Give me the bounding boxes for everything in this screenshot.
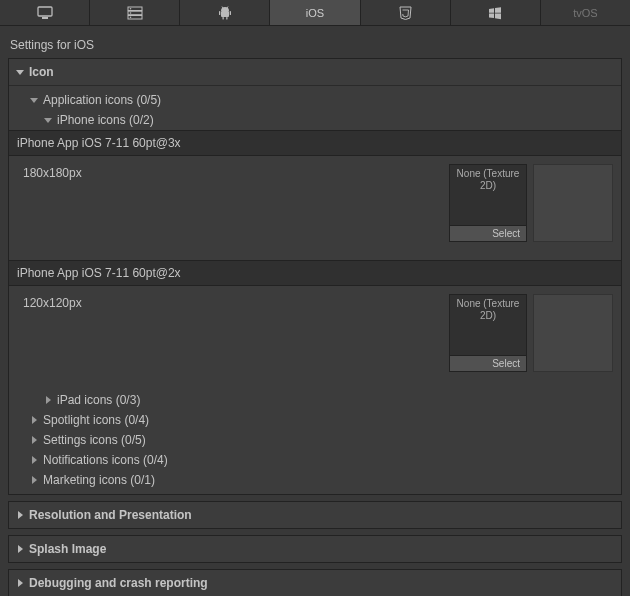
svg-rect-11 xyxy=(222,17,223,20)
svg-rect-9 xyxy=(219,11,220,15)
settings-panel: Settings for iOS Icon Application icons … xyxy=(0,26,630,596)
svg-line-14 xyxy=(227,6,228,8)
windows-icon xyxy=(488,6,502,20)
icon-entry-size: 180x180px xyxy=(23,164,449,242)
icon-entry: 120x120px None (Texture 2D) Select xyxy=(9,286,621,380)
svg-rect-1 xyxy=(42,17,48,19)
icon-entry-size: 120x120px xyxy=(23,294,449,372)
icon-entry-header: iPhone App iOS 7-11 60pt@3x xyxy=(9,130,621,156)
icon-section: Icon Application icons (0/5) iPhone icon… xyxy=(8,58,622,495)
tree-label: Notifications icons (0/4) xyxy=(43,453,168,467)
splash-section: Splash Image xyxy=(8,535,622,563)
tree-spotlight-icons[interactable]: Spotlight icons (0/4) xyxy=(9,410,621,430)
texture-picker: None (Texture 2D) Select xyxy=(449,294,527,372)
triangle-right-icon xyxy=(29,415,39,425)
tree-label: iPhone icons (0/2) xyxy=(57,113,154,127)
tab-standalone[interactable] xyxy=(0,0,90,25)
tree-application-icons[interactable]: Application icons (0/5) xyxy=(9,90,621,110)
svg-point-5 xyxy=(129,8,131,10)
triangle-right-icon xyxy=(29,475,39,485)
tab-webgl[interactable] xyxy=(361,0,451,25)
icon-preview xyxy=(533,294,613,372)
texture-picker: None (Texture 2D) Select xyxy=(449,164,527,242)
tree-label: iPad icons (0/3) xyxy=(57,393,140,407)
icon-section-header[interactable]: Icon xyxy=(9,59,621,86)
tvos-label: tvOS xyxy=(573,7,597,19)
section-label: Splash Image xyxy=(29,542,106,556)
svg-point-6 xyxy=(129,12,131,14)
svg-line-13 xyxy=(222,6,223,8)
resolution-section-header[interactable]: Resolution and Presentation xyxy=(9,502,621,528)
triangle-right-icon xyxy=(29,455,39,465)
tree-marketing-icons[interactable]: Marketing icons (0/1) xyxy=(9,470,621,490)
icon-entry-header: iPhone App iOS 7-11 60pt@2x xyxy=(9,260,621,286)
svg-rect-8 xyxy=(221,11,229,17)
triangle-down-icon xyxy=(43,115,53,125)
tree-iphone-icons[interactable]: iPhone icons (0/2) xyxy=(9,110,621,130)
section-label: Resolution and Presentation xyxy=(29,508,192,522)
tree-label: Marketing icons (0/1) xyxy=(43,473,155,487)
server-icon xyxy=(127,6,143,20)
icon-entry: 180x180px None (Texture 2D) Select xyxy=(9,156,621,250)
tab-tvos[interactable]: tvOS xyxy=(541,0,630,25)
icon-section-label: Icon xyxy=(29,65,54,79)
triangle-right-icon xyxy=(15,578,25,588)
texture-field[interactable]: None (Texture 2D) xyxy=(449,294,527,356)
platform-tabbar: iOS tvOS xyxy=(0,0,630,26)
android-icon xyxy=(218,6,232,20)
splash-section-header[interactable]: Splash Image xyxy=(9,536,621,562)
tab-android[interactable] xyxy=(180,0,270,25)
svg-point-7 xyxy=(129,16,131,18)
texture-field[interactable]: None (Texture 2D) xyxy=(449,164,527,226)
triangle-down-icon xyxy=(29,95,39,105)
select-button[interactable]: Select xyxy=(449,226,527,242)
triangle-right-icon xyxy=(15,510,25,520)
tree-ipad-icons[interactable]: iPad icons (0/3) xyxy=(9,390,621,410)
tree-settings-icons[interactable]: Settings icons (0/5) xyxy=(9,430,621,450)
tree-label: Spotlight icons (0/4) xyxy=(43,413,149,427)
icon-preview xyxy=(533,164,613,242)
monitor-icon xyxy=(37,6,53,20)
svg-rect-10 xyxy=(230,11,231,15)
tab-uwp[interactable] xyxy=(451,0,541,25)
tree-label: Application icons (0/5) xyxy=(43,93,161,107)
tab-server[interactable] xyxy=(90,0,180,25)
triangle-down-icon xyxy=(15,67,25,77)
tab-ios[interactable]: iOS xyxy=(270,0,360,25)
html5-icon xyxy=(399,6,412,20)
svg-rect-0 xyxy=(38,7,52,16)
svg-rect-12 xyxy=(226,17,227,20)
resolution-section: Resolution and Presentation xyxy=(8,501,622,529)
select-button[interactable]: Select xyxy=(449,356,527,372)
ios-label: iOS xyxy=(306,7,324,19)
tree-notifications-icons[interactable]: Notifications icons (0/4) xyxy=(9,450,621,470)
debug-section: Debugging and crash reporting xyxy=(8,569,622,596)
triangle-right-icon xyxy=(15,544,25,554)
triangle-right-icon xyxy=(29,435,39,445)
tree-label: Settings icons (0/5) xyxy=(43,433,146,447)
triangle-right-icon xyxy=(43,395,53,405)
section-label: Debugging and crash reporting xyxy=(29,576,208,590)
settings-title: Settings for iOS xyxy=(8,34,622,58)
debug-section-header[interactable]: Debugging and crash reporting xyxy=(9,570,621,596)
